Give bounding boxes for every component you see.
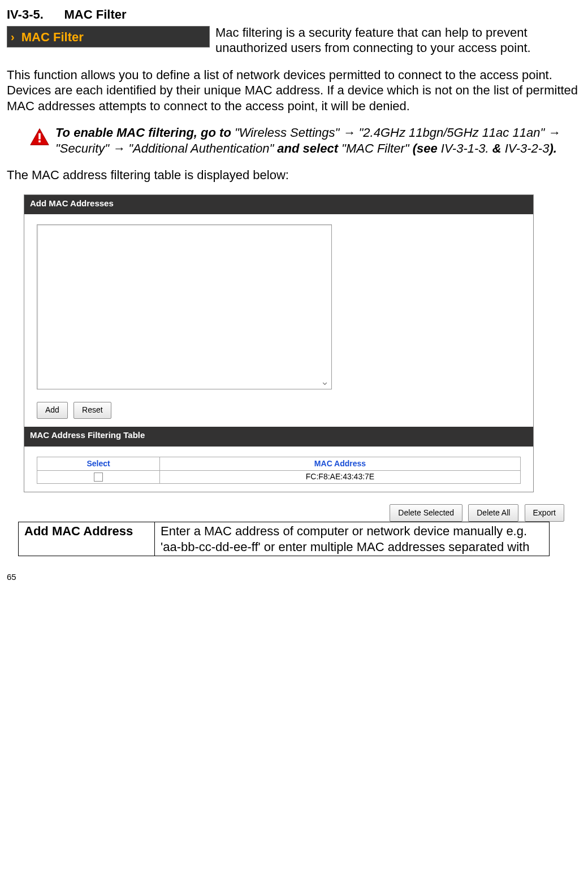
col-mac-header: MAC Address	[160, 457, 521, 471]
mac-filter-table: Select MAC Address FC:F8:AE:43:43:7E	[37, 457, 521, 484]
chevron-right-icon: ›	[11, 31, 15, 43]
def-desc: Enter a MAC address of computer or netwo…	[155, 522, 550, 556]
reset-button[interactable]: Reset	[74, 402, 111, 419]
warning-icon	[29, 127, 50, 156]
add-button[interactable]: Add	[37, 402, 68, 419]
col-select-header: Select	[37, 457, 160, 471]
breadcrumb-label: MAC Filter	[21, 30, 84, 44]
add-mac-panel-header: Add MAC Addresses	[24, 195, 533, 215]
intro-paragraph-2: This function allows you to define a lis…	[7, 67, 581, 114]
table-row: FC:F8:AE:43:43:7E	[37, 471, 521, 484]
section-title: MAC Filter	[64, 7, 127, 21]
definition-table: Add MAC Address Enter a MAC address of c…	[18, 522, 550, 556]
chevron-down-icon: ⌄	[321, 375, 329, 388]
delete-selected-button[interactable]: Delete Selected	[390, 504, 462, 522]
section-heading: IV-3-5. MAC Filter	[7, 7, 581, 23]
row-mac-value: FC:F8:AE:43:43:7E	[160, 471, 521, 484]
section-number: IV-3-5.	[7, 7, 44, 21]
export-button[interactable]: Export	[525, 504, 564, 522]
delete-all-button[interactable]: Delete All	[468, 504, 518, 522]
svg-rect-1	[38, 133, 41, 140]
breadcrumb-tag: › MAC Filter	[7, 26, 210, 48]
filter-table-panel-header: MAC Address Filtering Table	[24, 427, 533, 447]
svg-rect-2	[38, 140, 41, 142]
row-checkbox[interactable]	[94, 473, 103, 482]
alert-block: To enable MAC filtering, go to "Wireless…	[7, 125, 581, 156]
alert-text: To enable MAC filtering, go to "Wireless…	[55, 125, 581, 156]
mac-filter-screenshot: Add MAC Addresses ⌄ Add Reset MAC Addres…	[24, 194, 534, 492]
mac-address-textarea[interactable]: ⌄	[37, 224, 332, 389]
page-number: 65	[7, 572, 581, 583]
def-term: Add MAC Address	[19, 522, 155, 556]
table-actions: Delete Selected Delete All Export	[7, 504, 564, 522]
table-caption: The MAC address filtering table is displ…	[7, 167, 581, 183]
